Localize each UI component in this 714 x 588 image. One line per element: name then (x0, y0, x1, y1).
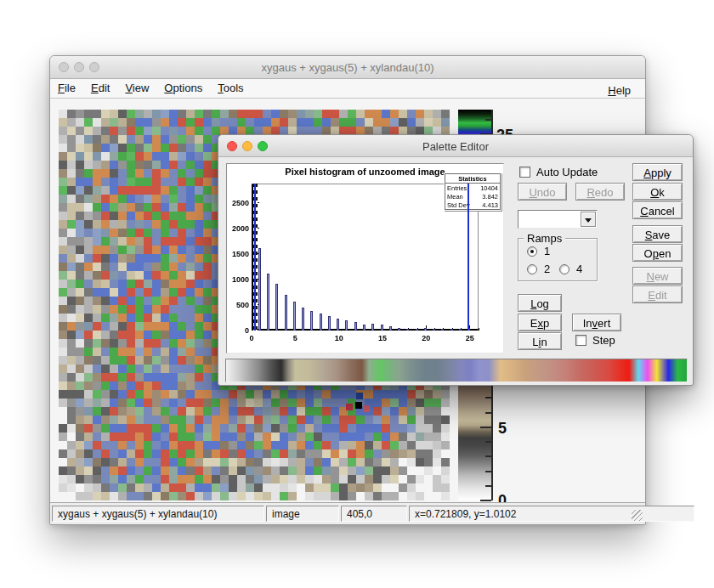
menu-file[interactable]: File (50, 79, 83, 94)
xlab: 15 (376, 334, 389, 342)
bar (406, 329, 409, 331)
ylab: 1500 (227, 250, 249, 258)
ylab: 2500 (227, 199, 249, 207)
edit-button[interactable]: Edit (632, 286, 683, 303)
menu-items: FileEditViewOptionsTools (50, 82, 252, 94)
stat-entries: Entries10404 (445, 184, 500, 192)
ramps-radio-1-label: 1 (544, 245, 550, 257)
menu-edit[interactable]: Edit (83, 79, 117, 94)
palette-editor-window: Palette Editor Pixel histogram of unzoom… (218, 134, 694, 386)
ramps-label: Ramps (524, 232, 565, 245)
ramps-radio-4[interactable] (559, 264, 570, 274)
status-object-name: xygaus + xygaus(5) + xylandau(10) (52, 506, 264, 522)
bar (450, 329, 453, 331)
palette-select-combobox[interactable] (518, 210, 598, 229)
bar (328, 316, 331, 331)
bar (371, 324, 374, 331)
bar (320, 314, 322, 331)
xlab: 0 (245, 334, 258, 342)
ylab: 2000 (227, 224, 249, 233)
bar (293, 302, 296, 331)
status-pixel-coords: 405,0 (341, 506, 407, 522)
xlab: 10 (332, 334, 346, 342)
ramps-radio-2-label: 2 (544, 263, 550, 275)
undo-button[interactable]: Undo (518, 183, 567, 201)
bar (337, 319, 339, 331)
ramps-radio-4-label: 4 (576, 263, 582, 275)
bar (345, 320, 348, 331)
bar (441, 329, 444, 331)
bar (310, 311, 313, 331)
menu-help[interactable]: Help (600, 82, 638, 97)
statistics-box: Statistics Entries10404 Mean3.842 Std De… (445, 173, 501, 210)
resize-grip[interactable] (632, 510, 643, 521)
main-titlebar[interactable]: xygaus + xygaus(5) + xylandau(10) (50, 56, 645, 79)
chevron-down-icon[interactable] (581, 212, 596, 227)
menu-view[interactable]: View (117, 79, 156, 94)
apply-button[interactable]: Apply (632, 163, 683, 181)
range-marker[interactable] (468, 184, 469, 331)
dialog-title: Palette Editor (218, 140, 693, 153)
step-checkbox[interactable] (575, 335, 586, 346)
xlab: 25 (463, 334, 477, 342)
palette-gradient-bar[interactable] (225, 359, 688, 382)
open-button[interactable]: Open (632, 244, 683, 262)
bar (424, 328, 427, 331)
menu-tools[interactable]: Tools (210, 79, 251, 94)
bar (381, 325, 383, 331)
bar (285, 295, 287, 331)
step-label: Step (592, 334, 615, 347)
window-title: xygaus + xygaus(5) + xylandau(10) (50, 61, 645, 74)
xtick (479, 328, 479, 331)
log-button[interactable]: Log (518, 294, 562, 312)
colorbar-label-5: 5 (498, 420, 507, 438)
xlab: 20 (419, 334, 433, 342)
ramps-radio-2[interactable] (527, 264, 537, 274)
bar (433, 329, 435, 331)
lin-button[interactable]: Lin (518, 332, 562, 350)
menu-bar: FileEditViewOptionsTools Help (50, 79, 645, 99)
bar (275, 284, 278, 331)
xlab: 5 (288, 334, 302, 342)
auto-update-checkbox[interactable] (519, 167, 530, 178)
bar (459, 329, 462, 331)
bar (416, 329, 418, 331)
save-button[interactable]: Save (632, 225, 683, 243)
status-bar: xygaus + xygaus(5) + xylandau(10) image … (50, 502, 645, 524)
exp-button[interactable]: Exp (518, 314, 562, 331)
statistics-title: Statistics (445, 174, 500, 184)
bar (302, 308, 304, 331)
range-marker[interactable] (254, 184, 256, 331)
pixel-histogram-pad[interactable]: Pixel histogram of unzoomed image Statis… (226, 163, 504, 353)
bar (258, 248, 261, 331)
bar (267, 274, 269, 331)
bar (363, 325, 366, 331)
status-object-type: image (266, 506, 339, 522)
cancel-button[interactable]: Cancel (632, 201, 683, 219)
ramps-radio-1[interactable] (527, 246, 537, 257)
ylab: 500 (227, 301, 249, 309)
bar (354, 322, 357, 331)
status-axis-coords: x=0.721809, y=1.0102 (409, 506, 694, 522)
auto-update-label: Auto Update (536, 166, 598, 178)
palette-editor-titlebar[interactable]: Palette Editor (218, 135, 693, 157)
invert-button[interactable]: Invert (572, 314, 621, 331)
new-button[interactable]: New (632, 267, 683, 285)
bar (398, 328, 400, 331)
redo-button[interactable]: Redo (575, 183, 625, 201)
stat-mean: Mean3.842 (445, 192, 500, 201)
ramps-groupbox: Ramps 1 2 4 (518, 238, 598, 281)
bar (389, 326, 392, 331)
menu-options[interactable]: Options (156, 79, 210, 94)
xtick (252, 325, 252, 331)
ok-button[interactable]: Ok (632, 183, 683, 201)
ylab: 1000 (227, 275, 249, 284)
stat-stddev: Std Dev4.413 (445, 201, 500, 209)
